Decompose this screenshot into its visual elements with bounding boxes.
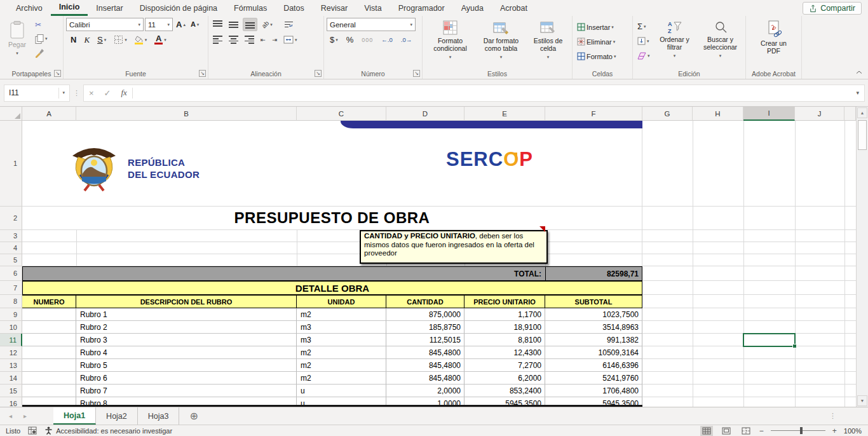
cell-cantidad[interactable]: 185,8750 (386, 321, 465, 334)
paste-button[interactable]: Pegar ▾ (3, 18, 32, 60)
align-left-button[interactable] (211, 33, 224, 46)
zoom-slider-thumb[interactable] (800, 427, 803, 434)
clear-button[interactable]: ▾ (635, 49, 652, 62)
empty-cells[interactable] (642, 266, 856, 281)
zoom-slider[interactable] (771, 430, 825, 431)
bold-button[interactable]: N (69, 33, 78, 46)
normal-view-button[interactable] (700, 426, 713, 436)
cell-subtotal[interactable]: 1706,4800 (545, 385, 642, 397)
empty-cells[interactable] (642, 295, 856, 308)
merge-center-button[interactable]: ▾ (281, 33, 299, 46)
cell-precio[interactable]: 12,4300 (465, 346, 545, 359)
tab-revisar[interactable]: Revisar (313, 0, 356, 16)
row-header[interactable]: 5 (0, 254, 22, 266)
shrink-font-button[interactable]: A▾ (189, 18, 201, 31)
header-precio[interactable]: PRECIO UNITARIO (465, 295, 545, 308)
formula-bar-handle[interactable]: ⋮ (73, 89, 80, 97)
share-button[interactable]: Compartir (803, 2, 862, 15)
row-header[interactable]: 7 (0, 281, 22, 295)
scroll-down-button[interactable]: ▼ (857, 395, 867, 406)
empty-cells[interactable] (642, 254, 856, 266)
column-header-C[interactable]: C (297, 107, 386, 121)
tab-ayuda[interactable]: Ayuda (453, 0, 492, 16)
cell-unidad[interactable]: u (297, 385, 386, 397)
cell-total-label[interactable]: TOTAL: (22, 266, 545, 281)
cell-unidad[interactable]: m2 (297, 308, 386, 321)
font-dialog-launcher[interactable]: ↘ (199, 70, 206, 77)
cell-precio[interactable]: 8,8100 (465, 334, 545, 346)
enter-button[interactable]: ✓ (99, 88, 116, 98)
cell-precio[interactable]: 853,2400 (465, 385, 545, 397)
cell-cantidad[interactable]: 845,4800 (386, 359, 465, 372)
cell-unidad[interactable]: m2 (297, 372, 386, 385)
cell-styles-button[interactable]: Estilos de celda ▾ (528, 18, 569, 64)
accessibility-status[interactable]: Accesibilidad: es necesario investigar (44, 426, 172, 435)
expand-formula-bar-icon[interactable]: ▾ (851, 90, 864, 96)
column-header-H[interactable]: H (693, 107, 743, 121)
align-center-button[interactable] (227, 33, 240, 46)
cell-cantidad[interactable]: 2,0000 (386, 385, 465, 397)
zoom-level[interactable]: 100% (844, 427, 862, 435)
header-numero[interactable]: NUMERO (22, 295, 76, 308)
font-size-combo[interactable]: 11 ▾ (145, 18, 173, 31)
zoom-out-button[interactable]: − (759, 426, 764, 435)
cell-cantidad[interactable]: 112,5015 (386, 334, 465, 346)
accounting-format-button[interactable]: $▾ (328, 33, 340, 46)
column-header-J[interactable]: J (795, 107, 844, 121)
cell-precio[interactable]: 7,2700 (465, 359, 545, 372)
cell-total-value[interactable]: 82598,71 (545, 266, 642, 281)
cell-descripcion[interactable]: Rubro 7 (76, 385, 297, 397)
italic-button[interactable]: K (82, 33, 92, 46)
empty-cells[interactable] (642, 230, 856, 242)
cell-descripcion[interactable]: Rubro 1 (76, 308, 297, 321)
page-layout-view-button[interactable] (720, 426, 733, 436)
cell-subtotal[interactable]: 10509,3164 (545, 346, 642, 359)
decrease-decimal-button[interactable]: .0→ (399, 33, 414, 46)
number-dialog-launcher[interactable]: ↘ (413, 70, 420, 77)
page-break-view-button[interactable] (740, 426, 752, 436)
row-header[interactable]: 2 (0, 207, 22, 230)
row-header[interactable]: 10 (0, 321, 22, 334)
empty-cells[interactable] (642, 359, 856, 372)
sheet-tab-hoja3[interactable]: Hoja3 (138, 407, 180, 425)
cell[interactable] (22, 359, 76, 372)
cell[interactable] (22, 308, 76, 321)
sheet-tab-hoja2[interactable]: Hoja2 (96, 407, 138, 425)
increase-indent-button[interactable]: ⇥ (270, 33, 279, 46)
empty-cells[interactable] (642, 207, 856, 230)
cell-subtotal[interactable]: 991,1382 (545, 334, 642, 346)
cell-subtotal[interactable]: 6146,6396 (545, 359, 642, 372)
alignment-dialog-launcher[interactable]: ↘ (315, 70, 322, 77)
formula-input[interactable] (133, 85, 851, 101)
empty-cells[interactable] (642, 397, 856, 407)
fill-color-button[interactable]: ▾ (133, 33, 149, 46)
row-header[interactable]: 9 (0, 308, 22, 321)
row-header[interactable]: 4 (0, 242, 22, 254)
cell-descripcion[interactable]: Rubro 4 (76, 346, 297, 359)
align-right-button[interactable] (243, 33, 256, 46)
empty-cells[interactable] (642, 308, 856, 321)
find-select-button[interactable]: Buscar y seleccionar ▾ (698, 18, 743, 62)
row-header[interactable]: 3 (0, 230, 22, 242)
cell-cantidad[interactable]: 875,0000 (386, 308, 465, 321)
row-header[interactable]: 13 (0, 359, 22, 372)
cell-subtotal[interactable]: 5241,9760 (545, 372, 642, 385)
empty-cells[interactable] (642, 121, 856, 207)
tab-bar-resize-handle[interactable]: ⋮ (829, 407, 836, 425)
font-name-combo[interactable]: Calibri ▾ (66, 18, 144, 31)
scroll-up-button[interactable]: ▲ (857, 107, 867, 118)
sort-filter-button[interactable]: AZ Ordenar y filtrar ▾ (654, 18, 695, 62)
next-sheet-button[interactable]: ▸ (24, 412, 27, 419)
tab-insertar[interactable]: Insertar (88, 0, 131, 16)
number-format-combo[interactable]: General ▾ (327, 18, 416, 31)
cell[interactable] (22, 334, 76, 346)
grow-font-button[interactable]: A▴ (174, 18, 187, 31)
empty-cells[interactable] (642, 321, 856, 334)
align-top-button[interactable] (211, 18, 224, 31)
vertical-scrollbar[interactable]: ▲ ▼ (856, 107, 868, 407)
wrap-text-button[interactable] (282, 18, 295, 31)
empty-cells[interactable] (642, 281, 856, 295)
conditional-formatting-button[interactable]: Formato condicional ▾ (426, 18, 475, 64)
tab-vista[interactable]: Vista (356, 0, 390, 16)
tab-datos[interactable]: Datos (275, 0, 313, 16)
